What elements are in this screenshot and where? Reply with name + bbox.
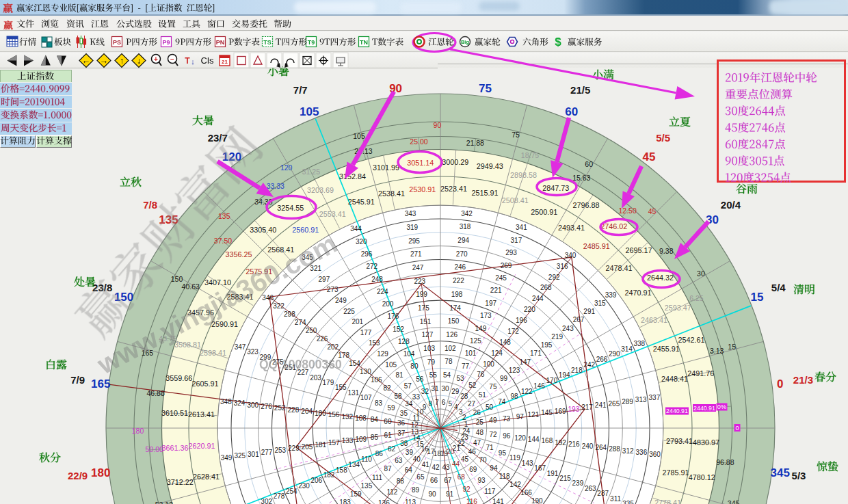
svg-text:67: 67 (444, 477, 452, 484)
svg-text:75: 75 (489, 383, 497, 390)
svg-text:320: 320 (356, 238, 367, 246)
svg-text:249: 249 (335, 297, 347, 304)
svg-text:94: 94 (490, 464, 498, 472)
svg-text:32: 32 (421, 388, 429, 395)
svg-text:85: 85 (371, 434, 379, 441)
svg-text:314: 314 (621, 345, 633, 353)
svg-text:72: 72 (490, 431, 498, 438)
svg-text:179: 179 (323, 379, 334, 386)
svg-text:3: 3 (459, 408, 463, 416)
svg-text:53.13: 53.13 (155, 501, 173, 504)
svg-text:180: 180 (315, 410, 326, 417)
svg-text:34: 34 (405, 400, 413, 408)
svg-text:288: 288 (609, 445, 620, 453)
svg-text:PN: PN (216, 39, 225, 46)
svg-text:166: 166 (520, 489, 532, 496)
svg-text:77: 77 (462, 362, 470, 370)
svg-text:52: 52 (468, 382, 477, 389)
svg-text:297: 297 (319, 276, 330, 283)
svg-text:57: 57 (404, 382, 412, 390)
svg-text:5/4: 5/4 (771, 282, 786, 293)
svg-text:230: 230 (298, 482, 310, 490)
svg-text:TN: TN (360, 39, 368, 46)
svg-text:109: 109 (355, 436, 367, 443)
svg-text:111: 111 (372, 474, 383, 481)
svg-text:293: 293 (505, 249, 517, 256)
svg-text:252: 252 (274, 404, 286, 412)
svg-text:319: 319 (406, 224, 418, 231)
svg-text:36: 36 (397, 419, 406, 427)
svg-text:276: 276 (261, 403, 272, 410)
svg-text:74: 74 (498, 398, 506, 406)
svg-text:43: 43 (442, 464, 450, 471)
svg-text:117: 117 (484, 488, 495, 495)
svg-text:18.75: 18.75 (521, 151, 539, 159)
svg-text:37: 37 (397, 429, 406, 437)
svg-text:150: 150 (448, 317, 460, 325)
svg-text:2628.41: 2628.41 (193, 473, 220, 481)
svg-text:23: 23 (461, 434, 469, 441)
svg-text:3508.81: 3508.81 (174, 341, 201, 349)
svg-text:157: 157 (328, 439, 340, 447)
svg-text:222: 222 (453, 277, 464, 284)
svg-text:2493.41: 2493.41 (558, 224, 585, 232)
svg-text:292: 292 (548, 274, 560, 281)
svg-text:295: 295 (408, 237, 420, 245)
svg-text:2847.73: 2847.73 (542, 184, 569, 192)
svg-text:3661.36: 3661.36 (162, 444, 189, 452)
svg-text:0: 0 (735, 425, 739, 432)
svg-text:96.88: 96.88 (716, 458, 734, 466)
svg-text:124: 124 (491, 349, 503, 357)
svg-text:196: 196 (516, 317, 527, 324)
svg-text:253: 253 (274, 447, 286, 454)
svg-text:8: 8 (428, 400, 432, 408)
svg-text:165: 165 (91, 377, 110, 390)
svg-text:176: 176 (388, 313, 399, 320)
svg-text:107: 107 (360, 394, 372, 401)
svg-text:192: 192 (555, 439, 566, 447)
svg-text:2598.41: 2598.41 (200, 349, 226, 357)
svg-text:270: 270 (456, 250, 468, 258)
svg-text:147: 147 (519, 358, 531, 366)
svg-text:62: 62 (388, 445, 396, 453)
svg-text:311: 311 (610, 495, 621, 503)
svg-text:180: 180 (91, 466, 110, 479)
svg-text:3000.29: 3000.29 (442, 158, 468, 166)
svg-text:40: 40 (413, 455, 421, 463)
svg-text:173: 173 (480, 312, 492, 319)
svg-text:244: 244 (532, 295, 544, 302)
svg-text:65: 65 (416, 473, 425, 481)
svg-text:228: 228 (288, 406, 300, 414)
svg-text:345: 345 (771, 466, 790, 479)
svg-text:135: 135 (361, 482, 373, 490)
svg-text:37.50: 37.50 (214, 237, 232, 245)
svg-text:21/5: 21/5 (570, 84, 590, 96)
svg-text:97: 97 (516, 413, 525, 421)
svg-text:315: 315 (594, 300, 606, 307)
svg-text:273: 273 (327, 286, 339, 293)
svg-text:316: 316 (557, 263, 568, 270)
svg-text:158: 158 (336, 466, 347, 474)
svg-text:80: 80 (410, 362, 419, 370)
svg-text:75: 75 (512, 131, 520, 139)
svg-text:38: 38 (400, 440, 408, 447)
svg-text:2613.41: 2613.41 (188, 410, 215, 419)
svg-text:45: 45 (461, 455, 469, 463)
svg-text:2949.43: 2949.43 (477, 162, 503, 170)
svg-text:2898.58: 2898.58 (510, 171, 537, 179)
svg-text:99: 99 (500, 375, 508, 382)
svg-text:24: 24 (462, 427, 471, 435)
svg-text:50: 50 (486, 403, 494, 411)
svg-text:83: 83 (375, 399, 383, 407)
svg-text:41: 41 (422, 461, 430, 468)
svg-text:45: 45 (648, 207, 657, 215)
svg-text:20/4: 20/4 (721, 199, 741, 211)
svg-text:129: 129 (377, 350, 388, 358)
svg-text:73: 73 (503, 415, 511, 423)
svg-text:25: 25 (476, 419, 484, 426)
svg-text:216: 216 (568, 440, 580, 448)
svg-text:278: 278 (274, 492, 285, 500)
svg-text:71: 71 (486, 444, 494, 451)
svg-text:+: + (154, 55, 158, 63)
svg-text:81: 81 (395, 371, 403, 379)
